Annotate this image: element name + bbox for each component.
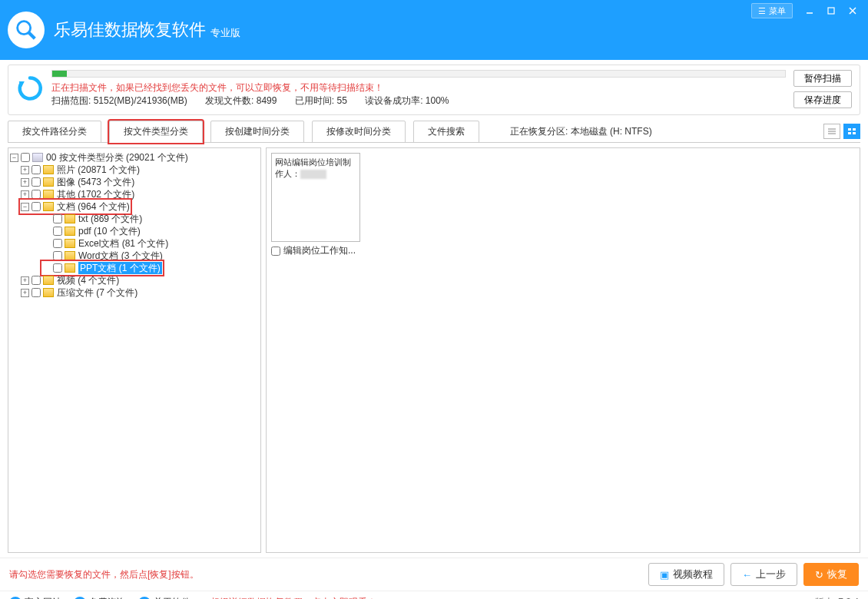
main-area: −00 按文件类型分类 (29021 个文件) +照片 (20871 个文件) … [8,147,860,553]
tree-photos[interactable]: +照片 (20871 个文件) [10,164,259,176]
svg-rect-11 [853,128,856,131]
tab-by-created[interactable]: 按创建时间分类 [210,121,304,143]
drive-icon [32,153,43,162]
maximize-button[interactable] [820,3,842,18]
about-link[interactable]: i关于软件 [138,596,190,599]
scanning-spinner-icon [16,74,44,102]
tree-checkbox[interactable] [31,202,41,211]
tab-by-type[interactable]: 按文件类型分类 [109,121,203,143]
folder-icon [65,263,75,273]
app-logo [8,12,45,48]
recover-button[interactable]: ↻恢复 [803,563,859,586]
tree-checkbox[interactable] [53,227,62,236]
tree-label: txt (869 个文件) [78,213,142,225]
arrow-left-icon: ← [742,569,752,581]
tree-label: 00 按文件类型分类 (29021 个文件) [46,151,188,164]
view-list-button[interactable] [823,124,840,139]
tree-other[interactable]: +其他 (1702 个文件) [10,188,259,200]
scan-progress-bar [51,70,786,78]
tree-label: Word文档 (3 个文件) [78,250,163,262]
tutorial-link[interactable]: 超级详细数据恢复教程，点击立即观看！ [210,596,376,599]
tab-by-path[interactable]: 按文件路径分类 [8,121,101,143]
folder-icon [43,190,54,199]
folder-icon [43,165,54,174]
tree-checkbox[interactable] [53,251,62,260]
official-site-link[interactable]: ⌂官方网站 [9,596,61,599]
close-button[interactable] [842,3,863,18]
tree-checkbox[interactable] [53,239,62,248]
expand-icon[interactable]: + [21,178,29,187]
tree-label: 图像 (5473 个文件) [57,176,134,188]
collapse-icon[interactable]: − [21,203,29,211]
btn-label: 恢复 [827,568,847,581]
tree-checkbox[interactable] [53,263,62,273]
video-icon: ▣ [660,569,669,581]
file-checkbox[interactable] [271,247,280,256]
content-pane: 网站编辑岗位培训制 作人： 编辑岗位工作知... [266,147,860,553]
scan-range: 扫描范围: 5152(MB)/241936(MB) [51,95,187,106]
tree-label: 压缩文件 (7 个文件) [57,286,137,299]
expand-icon[interactable]: + [21,166,29,174]
tree-checkbox[interactable] [53,214,62,223]
chat-icon: ✆ [74,597,86,600]
refresh-icon: ↻ [815,569,823,581]
tree-video[interactable]: +视频 (4 个文件) [10,274,259,286]
tree-excel[interactable]: Excel文档 (81 个文件) [10,237,259,250]
free-consult-link[interactable]: ✆免费咨询 [74,596,126,599]
tree-images[interactable]: +图像 (5473 个文件) [10,176,259,188]
menu-button[interactable]: ☰ 菜单 [751,3,793,18]
tree-checkbox[interactable] [31,177,41,187]
tree-ppt[interactable]: PPT文档 (1 个文件) [10,262,259,274]
tree-pane[interactable]: −00 按文件类型分类 (29021 个文件) +照片 (20871 个文件) … [8,147,261,553]
thumbnail-preview: 网站编辑岗位培训制 作人： [271,153,360,242]
tree-checkbox[interactable] [31,276,41,285]
scan-stats: 扫描范围: 5152(MB)/241936(MB) 发现文件数: 8499 已用… [51,94,786,108]
pause-scan-button[interactable]: 暂停扫描 [793,70,852,87]
elapsed-time: 已用时间: 55 [295,95,347,106]
folder-icon [43,288,54,297]
prev-step-button[interactable]: ←上一步 [731,563,797,586]
preview-line1: 网站编辑岗位培训制 [275,157,351,167]
btn-label: 视频教程 [673,568,713,581]
tabs-row: 按文件路径分类 按文件类型分类 按创建时间分类 按修改时间分类 文件搜索 正在恢… [0,120,868,143]
info-icon: i [138,597,151,600]
tree-checkbox[interactable] [21,153,30,162]
file-caption: 编辑岗位工作知... [283,244,356,257]
files-found: 发现文件数: 8499 [205,95,277,106]
tree-archive[interactable]: +压缩文件 (7 个文件) [10,286,259,299]
svg-rect-13 [853,132,856,134]
tree-word[interactable]: Word文档 (3 个文件) [10,250,259,262]
link-label: 官方网站 [25,596,61,599]
collapse-icon[interactable]: − [10,154,18,162]
footer: ⌂官方网站 ✆免费咨询 i关于软件 超级详细数据恢复教程，点击立即观看！ 版本:… [0,591,868,599]
link-label: 关于软件 [154,596,190,599]
save-progress-button[interactable]: 保存进度 [793,91,852,108]
expand-icon[interactable]: + [21,289,29,297]
expand-icon[interactable]: + [21,190,29,199]
read-rate: 读设备成功率: 100% [365,95,449,106]
tree-pdf[interactable]: pdf (10 个文件) [10,225,259,237]
minimize-button[interactable] [799,3,820,18]
tree-checkbox[interactable] [31,165,41,174]
folder-icon [65,251,75,260]
view-grid-button[interactable] [843,124,860,139]
app-title: 乐易佳数据恢复软件 [54,18,206,41]
folder-icon [65,239,75,248]
tree-label: pdf (10 个文件) [78,225,141,237]
file-thumbnail[interactable]: 网站编辑岗位培训制 作人： 编辑岗位工作知... [271,153,360,257]
tree-checkbox[interactable] [31,190,41,199]
tree-txt[interactable]: txt (869 个文件) [10,213,259,225]
tab-by-modified[interactable]: 按修改时间分类 [312,121,406,143]
tree-docs[interactable]: −文档 (964 个文件) [10,200,259,213]
tab-search[interactable]: 文件搜索 [413,121,479,143]
tree-checkbox[interactable] [31,288,41,297]
menu-icon: ☰ [758,6,766,16]
btn-label: 上一步 [756,568,786,581]
bottom-bar: 请勾选您需要恢复的文件，然后点[恢复]按钮。 ▣视频教程 ←上一步 ↻恢复 [0,558,868,591]
tree-root[interactable]: −00 按文件类型分类 (29021 个文件) [10,151,259,164]
menu-label: 菜单 [769,5,786,17]
bottom-hint: 请勾选您需要恢复的文件，然后点[恢复]按钮。 [9,568,199,581]
video-tutorial-button[interactable]: ▣视频教程 [648,563,724,586]
preview-line2: 作人： [275,169,300,178]
expand-icon[interactable]: + [21,276,29,285]
